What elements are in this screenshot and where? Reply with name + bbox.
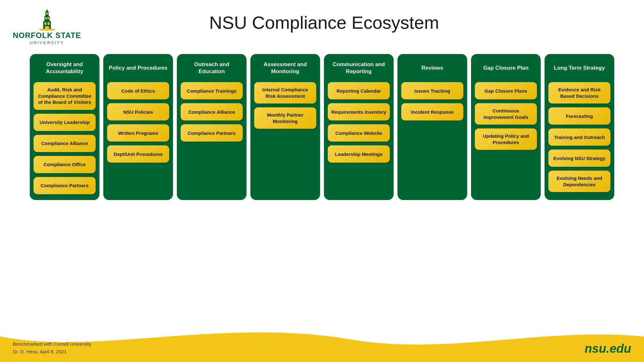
svg-rect-5 (45, 17, 47, 19)
svg-rect-8 (46, 13, 48, 14)
column-5-header: Reviews (421, 60, 443, 76)
footer-line1: Benchmarked with Cornell University (13, 340, 91, 348)
column-4-card-3: Leadership Meetings (328, 145, 390, 163)
column-3: Assessment and MonitoringInternal Compli… (250, 54, 320, 200)
column-0-card-1: University Leadership (34, 114, 96, 131)
column-0-header: Oversight and Accountability (34, 60, 96, 76)
column-4-card-1: Requirements Inventory (328, 103, 390, 120)
column-1-card-0: Code of Ethics (107, 82, 169, 99)
column-0-card-4: Compliance Partners (34, 177, 96, 194)
column-2-header: Outreach and Education (181, 60, 243, 76)
column-4-card-2: Compliance Website (328, 124, 390, 142)
footer-website: nsu.edu (585, 342, 631, 356)
columns-container: Oversight and AccountabilityAudit, Risk … (0, 48, 644, 206)
page-title: NSU Compliance Ecosystem (81, 9, 631, 33)
column-2-card-0: Compliance Trainings (181, 82, 243, 99)
column-3-header: Assessment and Monitoring (254, 60, 316, 76)
svg-rect-11 (39, 29, 55, 30)
column-6-header: Gap Closure Plan (483, 60, 529, 76)
column-6: Gap Closure PlanGap Closure PlansContinu… (471, 54, 541, 200)
column-7-card-3: Evolving NSU Strategy (548, 150, 610, 167)
column-3-card-0: Internal Compliance Risk Assessment (254, 82, 316, 104)
column-3-card-1: Monthly Partner Monitoring (254, 107, 316, 129)
column-5-card-0: Issues Tracking (401, 82, 463, 99)
column-4: Communication and ReportingReporting Cal… (324, 54, 394, 200)
column-2: Outreach and EducationCompliance Trainin… (177, 54, 247, 200)
footer: Benchmarked with Cornell University Dr. … (0, 311, 644, 362)
logo: NORFOLK STATE UNIVERSITY (13, 9, 81, 45)
svg-rect-6 (47, 17, 49, 19)
column-1: Policy and ProceduresCode of EthicsNSU P… (103, 54, 173, 200)
header: NORFOLK STATE UNIVERSITY NSU Compliance … (0, 0, 644, 48)
column-4-card-0: Reporting Calendar (328, 82, 390, 99)
column-6-card-1: Continuous Improvement Goals (475, 103, 537, 125)
column-0: Oversight and AccountabilityAudit, Risk … (30, 54, 99, 200)
column-6-card-0: Gap Closure Plans (475, 82, 537, 99)
column-1-card-1: NSU Policies (107, 103, 169, 120)
column-7-card-1: Forecasting (548, 107, 610, 125)
logo-norfolk-state: NORFOLK STATE UNIVERSITY (13, 31, 81, 45)
column-5-card-1: Incident Response (401, 103, 463, 120)
svg-marker-9 (46, 9, 48, 12)
column-1-card-2: Written Programs (107, 124, 169, 142)
svg-rect-2 (48, 22, 50, 25)
column-0-card-0: Audit, Risk and Compliance Committee of … (34, 82, 96, 110)
column-7-card-4: Evolving Needs and Dependencies (548, 171, 610, 192)
column-1-header: Policy and Procedures (109, 60, 167, 76)
footer-line2: Dr. D. Hess, April 8, 2021 (13, 348, 91, 356)
column-0-card-2: Compliance Alliance (34, 135, 96, 152)
footer-left: Benchmarked with Cornell University Dr. … (13, 340, 91, 356)
column-1-card-3: Dept/Unit Procedures (107, 145, 169, 163)
svg-rect-1 (44, 22, 46, 25)
column-7-header: Long Term Strategy (554, 60, 605, 76)
column-0-card-3: Compliance Office (34, 156, 96, 173)
nsu-logo-icon (37, 9, 57, 31)
column-6-card-2: Updating Policy and Procedures (475, 128, 537, 150)
column-7-card-0: Evidence and Risk Based Decisions (548, 82, 610, 104)
column-7-card-2: Training and Outreach (548, 128, 610, 146)
column-5: ReviewsIssues TrackingIncident Response (397, 54, 467, 200)
column-2-card-1: Compliance Alliance (181, 103, 243, 120)
column-4-header: Communication and Reporting (328, 60, 390, 76)
column-7: Long Term StrategyEvidence and Risk Base… (545, 54, 614, 200)
column-2-card-2: Compliance Partners (181, 124, 243, 142)
